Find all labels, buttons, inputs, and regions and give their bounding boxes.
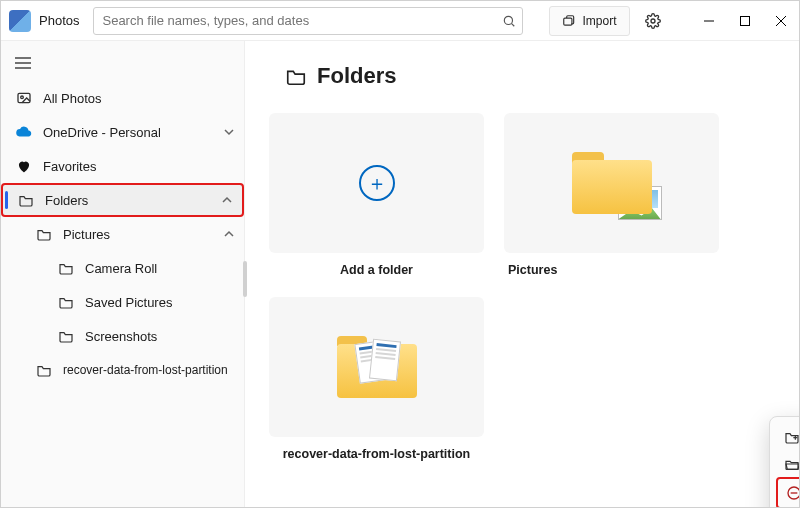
chevron-up-icon: [222, 195, 232, 205]
folder-documents-icon: [337, 336, 417, 398]
folder-pictures-icon: [572, 152, 652, 214]
heart-icon: [15, 159, 33, 173]
folder-icon: [57, 295, 75, 309]
photos-icon: [15, 90, 33, 106]
sidebar-item-onedrive[interactable]: OneDrive - Personal: [1, 115, 244, 149]
settings-button[interactable]: [638, 6, 668, 36]
minimize-button[interactable]: [691, 7, 727, 35]
sidebar: All Photos OneDrive - Personal Favorites…: [1, 41, 245, 507]
sidebar-item-label: All Photos: [43, 91, 102, 106]
svg-point-12: [21, 96, 24, 99]
sidebar-item-favorites[interactable]: Favorites: [1, 149, 244, 183]
plus-circle-icon: ＋: [359, 165, 395, 201]
folder-icon: [57, 261, 75, 275]
sidebar-item-folders[interactable]: Folders: [1, 183, 244, 217]
remove-icon: [786, 485, 799, 501]
page-header: Folders: [285, 63, 775, 89]
import-label: Import: [582, 14, 616, 28]
title-bar: Photos Import: [1, 1, 799, 41]
sidebar-item-label: Saved Pictures: [85, 295, 172, 310]
sidebar-item-recover-partition[interactable]: recover-data-from-lost-partition: [1, 353, 244, 387]
app-icon: [9, 10, 31, 32]
sidebar-item-label: Folders: [45, 193, 88, 208]
sidebar-item-label: Pictures: [63, 227, 110, 242]
sidebar-item-label: recover-data-from-lost-partition: [63, 363, 228, 377]
sidebar-item-label: Camera Roll: [85, 261, 157, 276]
sidebar-item-label: Favorites: [43, 159, 96, 174]
sidebar-item-label: OneDrive - Personal: [43, 125, 161, 140]
context-menu-create-folder[interactable]: Create folder: [776, 423, 799, 450]
context-menu-open-explorer[interactable]: Open in File Explorer: [776, 450, 799, 477]
folder-icon: [35, 227, 53, 241]
gear-icon: [645, 13, 661, 29]
context-menu: Create folder Open in File Explorer Remo…: [769, 416, 799, 507]
folder-icon: [35, 363, 53, 377]
sidebar-item-label: Screenshots: [85, 329, 157, 344]
cloud-icon: [15, 126, 33, 138]
import-icon: [562, 14, 576, 28]
sidebar-item-saved-pictures[interactable]: Saved Pictures: [1, 285, 244, 319]
sidebar-item-screenshots[interactable]: Screenshots: [1, 319, 244, 353]
svg-rect-5: [741, 16, 750, 25]
close-button[interactable]: [763, 7, 799, 35]
sidebar-item-pictures[interactable]: Pictures: [1, 217, 244, 251]
svg-rect-2: [564, 18, 572, 25]
tile-caption: Add a folder: [340, 263, 413, 277]
tile-caption: recover-data-from-lost-partition: [283, 447, 471, 461]
svg-point-0: [505, 16, 513, 24]
folder-icon: [285, 66, 307, 86]
chevron-down-icon: [224, 127, 234, 137]
hamburger-button[interactable]: [5, 47, 41, 79]
import-button[interactable]: Import: [549, 6, 629, 36]
sidebar-item-camera-roll[interactable]: Camera Roll: [1, 251, 244, 285]
page-title: Folders: [317, 63, 396, 89]
tile-caption: Pictures: [508, 263, 557, 277]
photo-thumbnail-icon: [618, 186, 662, 220]
main-content: Folders ＋ Add a folder Pictures: [245, 41, 799, 507]
tile-pictures[interactable]: Pictures: [504, 113, 719, 277]
tile-add-folder[interactable]: ＋ Add a folder: [269, 113, 484, 277]
new-folder-icon: [784, 430, 799, 444]
context-menu-remove-folder[interactable]: Remove folder: [776, 477, 799, 507]
search-icon[interactable]: [502, 14, 516, 28]
search-box[interactable]: [93, 7, 523, 35]
sidebar-item-all-photos[interactable]: All Photos: [1, 81, 244, 115]
search-input[interactable]: [100, 8, 502, 34]
folder-open-icon: [784, 457, 799, 471]
chevron-up-icon: [224, 229, 234, 239]
window-controls: [691, 7, 799, 35]
folder-icon: [17, 193, 35, 207]
tile-recover-partition[interactable]: recover-data-from-lost-partition: [269, 297, 484, 461]
svg-point-3: [651, 19, 655, 23]
svg-line-1: [512, 23, 515, 26]
maximize-button[interactable]: [727, 7, 763, 35]
folder-icon: [57, 329, 75, 343]
app-title: Photos: [39, 13, 79, 28]
